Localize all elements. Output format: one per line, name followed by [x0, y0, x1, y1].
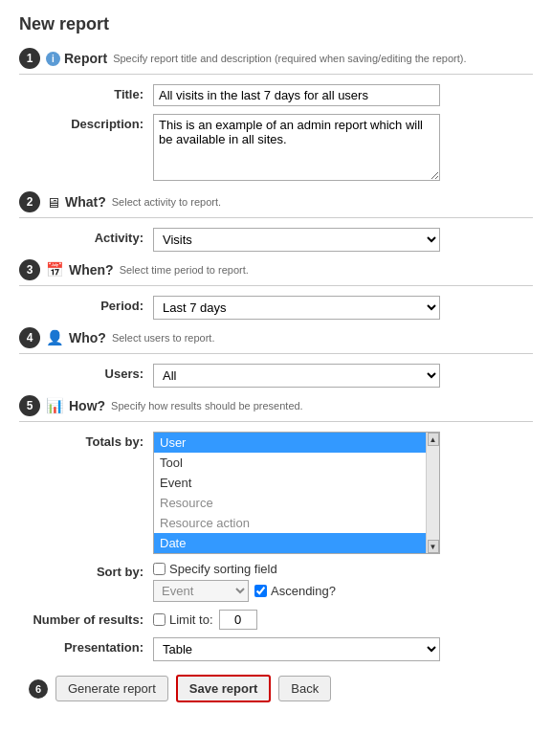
- sort-ascending-checkbox[interactable]: [254, 585, 267, 597]
- sort-ascending-label[interactable]: Ascending?: [254, 584, 336, 598]
- sort-row: Sort by: Specify sorting field Event Asc…: [19, 562, 533, 602]
- desc-control: This is an example of an admin report wh…: [153, 114, 533, 184]
- footer-row: 6 Generate report Save report Back: [19, 675, 533, 702]
- title-row: Title:: [19, 84, 533, 106]
- sort-specify-text: Specify sorting field: [169, 562, 277, 576]
- section-what-header: 2 🖥 What? Select activity to report.: [19, 191, 533, 218]
- listbox-item-user[interactable]: User: [154, 433, 439, 453]
- totals-listbox[interactable]: User Tool Event Resource Resource action…: [153, 432, 440, 554]
- section-who-title: Who?: [69, 330, 106, 345]
- section-when-header: 3 📅 When? Select time period to report.: [19, 259, 533, 286]
- title-control: [153, 84, 533, 106]
- scrollbar-up-btn[interactable]: ▲: [428, 433, 439, 446]
- section-when-desc: Select time period to report.: [120, 264, 249, 276]
- limit-checkbox-label[interactable]: Limit to:: [153, 612, 213, 627]
- section-report-title: Report: [64, 51, 107, 66]
- what-icon: 🖥: [46, 194, 60, 211]
- users-row: Users: All: [19, 364, 533, 388]
- users-select[interactable]: All: [153, 364, 440, 388]
- listbox-scrollbar: ▲ ▼: [426, 433, 439, 553]
- section-what-title: What?: [65, 194, 106, 210]
- sort-field-select[interactable]: Event: [153, 580, 249, 602]
- totals-label: Totals by:: [29, 432, 153, 449]
- sort-field-row: Event Ascending?: [153, 580, 533, 602]
- sort-label: Sort by:: [29, 562, 153, 579]
- sort-specify-checkbox[interactable]: [153, 563, 166, 575]
- save-report-button[interactable]: Save report: [176, 675, 272, 702]
- sort-controls: Specify sorting field Event Ascending?: [153, 562, 533, 602]
- listbox-item-resource-action[interactable]: Resource action: [154, 513, 439, 533]
- who-icon: 👤: [46, 329, 64, 346]
- limit-input[interactable]: [219, 610, 257, 630]
- section-what-desc: Select activity to report.: [112, 196, 221, 208]
- sort-specify-label[interactable]: Specify sorting field: [153, 562, 277, 576]
- page-title: New report: [19, 14, 533, 34]
- section-when-title: When?: [69, 262, 114, 278]
- activity-row: Activity: Visits: [19, 228, 533, 252]
- presentation-row: Presentation: Table: [19, 637, 533, 661]
- totals-row: Totals by: User Tool Event Resource Reso…: [19, 432, 533, 554]
- section-who-header: 4 👤 Who? Select users to report.: [19, 327, 533, 354]
- info-icon-1: i: [46, 52, 60, 66]
- period-label: Period:: [29, 296, 153, 313]
- presentation-control: Table: [153, 637, 533, 661]
- desc-row: Description: This is an example of an ad…: [19, 114, 533, 184]
- sort-control: Specify sorting field Event Ascending?: [153, 562, 533, 602]
- limit-checkbox[interactable]: [153, 613, 166, 626]
- scrollbar-down-btn[interactable]: ▼: [428, 540, 439, 553]
- totals-control: User Tool Event Resource Resource action…: [153, 432, 533, 554]
- presentation-select[interactable]: Table: [153, 637, 440, 661]
- title-label: Title:: [29, 84, 153, 101]
- listbox-item-event[interactable]: Event: [154, 473, 439, 493]
- step-badge-3: 3: [19, 259, 40, 280]
- period-row: Period: Last 7 days: [19, 296, 533, 320]
- step-badge-2: 2: [19, 191, 40, 212]
- step-badge-4: 4: [19, 327, 40, 348]
- how-icon: 📊: [46, 397, 64, 414]
- activity-label: Activity:: [29, 228, 153, 245]
- section-who-desc: Select users to report.: [112, 332, 215, 344]
- period-control: Last 7 days: [153, 296, 533, 320]
- step-badge-1: 1: [19, 48, 40, 69]
- activity-control: Visits: [153, 228, 533, 252]
- sort-ascending-text: Ascending?: [271, 584, 336, 598]
- section-how-desc: Specify how results should be presented.: [111, 400, 303, 411]
- section-how-header: 5 📊 How? Specify how results should be p…: [19, 395, 533, 422]
- totals-listbox-inner: User Tool Event Resource Resource action…: [154, 433, 439, 553]
- title-input[interactable]: [153, 84, 440, 106]
- users-label: Users:: [29, 364, 153, 381]
- limit-label-text: Limit to:: [169, 612, 213, 627]
- section-report-header: 1 i Report Specify report title and desc…: [19, 48, 533, 75]
- period-select[interactable]: Last 7 days: [153, 296, 440, 320]
- activity-select[interactable]: Visits: [153, 228, 440, 252]
- section-report-desc: Specify report title and description (re…: [113, 53, 466, 64]
- step-badge-5: 5: [19, 395, 40, 416]
- page-container: New report 1 i Report Specify report tit…: [0, 0, 552, 722]
- sort-specify-row: Specify sorting field: [153, 562, 533, 576]
- listbox-item-tool[interactable]: Tool: [154, 453, 439, 473]
- step-badge-6: 6: [29, 679, 48, 699]
- users-control: All: [153, 364, 533, 388]
- generate-report-button[interactable]: Generate report: [55, 676, 168, 701]
- when-icon: 📅: [46, 261, 64, 278]
- listbox-item-resource[interactable]: Resource: [154, 493, 439, 513]
- desc-label: Description:: [29, 114, 153, 131]
- desc-textarea[interactable]: This is an example of an admin report wh…: [153, 114, 440, 181]
- nresults-label: Number of results:: [29, 610, 153, 627]
- listbox-item-date[interactable]: Date: [154, 533, 439, 553]
- nresults-control: Limit to:: [153, 610, 533, 630]
- nresults-controls: Limit to:: [153, 610, 533, 630]
- presentation-label: Presentation:: [29, 637, 153, 655]
- section-how-title: How?: [69, 398, 105, 413]
- back-button[interactable]: Back: [278, 676, 331, 701]
- nresults-row: Number of results: Limit to:: [19, 610, 533, 630]
